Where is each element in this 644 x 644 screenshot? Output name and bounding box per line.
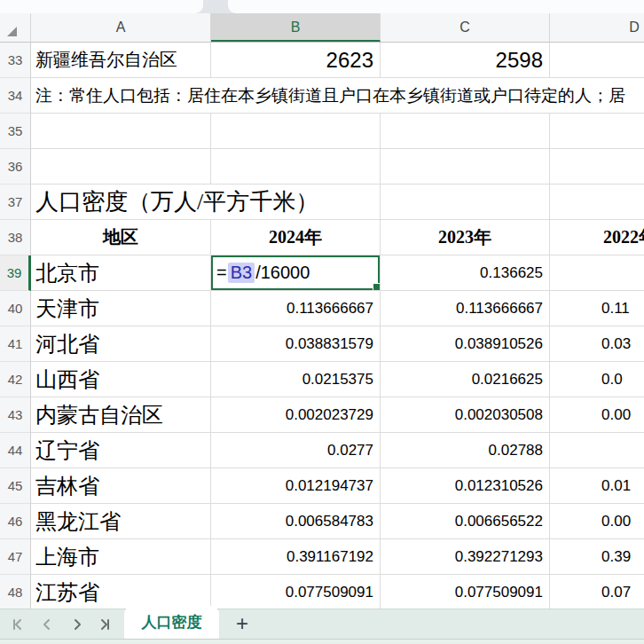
- row-header-43[interactable]: 43: [0, 397, 31, 433]
- cell-D48[interactable]: 0.07: [550, 575, 644, 610]
- cell-A39[interactable]: 北京市: [31, 255, 211, 291]
- cell-B35[interactable]: [211, 114, 381, 149]
- file-tab-left[interactable]: [0, 0, 203, 13]
- row-header-48[interactable]: 48: [0, 575, 31, 610]
- cell-D41[interactable]: 0.03: [550, 326, 644, 362]
- cell-D37[interactable]: [550, 185, 644, 220]
- prev-sheet-button[interactable]: [40, 617, 54, 632]
- cell-C38[interactable]: 2023年: [381, 220, 550, 255]
- cell-D43[interactable]: 0.00: [550, 397, 644, 433]
- cell-A36[interactable]: [31, 149, 211, 185]
- cell-C40[interactable]: 0.113666667: [381, 291, 550, 326]
- cell-B45[interactable]: 0.012194737: [211, 468, 381, 504]
- cell-D36[interactable]: [550, 149, 644, 185]
- cell-A48[interactable]: 江苏省: [31, 575, 211, 610]
- cell-B36[interactable]: [211, 149, 381, 185]
- row-header-39[interactable]: 39: [0, 255, 31, 291]
- row-header-44[interactable]: 44: [0, 433, 31, 468]
- sheet-row-41: 41河北省0.0388315790.0389105260.03: [0, 326, 644, 362]
- cell-A38[interactable]: 地区: [31, 220, 211, 255]
- cell-D42[interactable]: 0.0: [550, 362, 644, 397]
- cell-B38[interactable]: 2024年: [211, 220, 381, 255]
- row-header-38[interactable]: 38: [0, 220, 31, 255]
- cell-A40[interactable]: 天津市: [31, 291, 211, 326]
- column-header-b[interactable]: B: [211, 13, 381, 42]
- select-all-corner[interactable]: [0, 13, 31, 42]
- cell-A34[interactable]: 注：常住人口包括：居住在本乡镇街道且户口在本乡镇街道或户口待定的人；居: [31, 78, 644, 114]
- sheet-row-45: 45吉林省0.0121947370.0123105260.01: [0, 468, 644, 504]
- cell-A41[interactable]: 河北省: [31, 326, 211, 362]
- sheet-row-46: 46黑龙江省0.0065847830.0066565220.00: [0, 504, 644, 539]
- cell-D35[interactable]: [550, 114, 644, 149]
- cell-A42[interactable]: 山西省: [31, 362, 211, 397]
- sheet-tab[interactable]: 人口密度: [124, 606, 219, 639]
- cell-D39[interactable]: [550, 255, 644, 291]
- cell-C33[interactable]: 2598: [381, 43, 550, 78]
- next-sheet-button[interactable]: [70, 617, 84, 632]
- sheet-row-48: 48江苏省0.0775090910.0775090910.07: [0, 575, 644, 610]
- row-header-36[interactable]: 36: [0, 149, 31, 185]
- cell-C36[interactable]: [381, 149, 550, 185]
- cell-B33[interactable]: 2623: [211, 43, 381, 78]
- cell-B48[interactable]: 0.077509091: [211, 575, 381, 610]
- row-header-34[interactable]: 34: [0, 78, 31, 114]
- cell-C47[interactable]: 0.392271293: [381, 539, 550, 575]
- cell-A37[interactable]: 人口密度（万人/平方千米）: [31, 185, 381, 220]
- column-header-a[interactable]: A: [31, 13, 211, 42]
- cell-D47[interactable]: 0.39: [550, 539, 644, 575]
- grid-rows: 33新疆维吾尔自治区2623259834注：常住人口包括：居住在本乡镇街道且户口…: [0, 43, 644, 610]
- cell-C41[interactable]: 0.038910526: [381, 326, 550, 362]
- cell-B39[interactable]: =B3/16000: [211, 255, 381, 291]
- row-header-33[interactable]: 33: [0, 43, 31, 78]
- cell-D40[interactable]: 0.11: [550, 291, 644, 326]
- cell-C39[interactable]: 0.136625: [381, 255, 550, 291]
- cell-C46[interactable]: 0.006656522: [381, 504, 550, 539]
- cell-A33[interactable]: 新疆维吾尔自治区: [31, 43, 211, 78]
- cell-B43[interactable]: 0.002023729: [211, 397, 381, 433]
- sheet-tab-label: 人口密度: [142, 612, 202, 632]
- cell-C44[interactable]: 0.02788: [381, 433, 550, 468]
- cell-A47[interactable]: 上海市: [31, 539, 211, 575]
- cell-D44[interactable]: [550, 433, 644, 468]
- row-header-37[interactable]: 37: [0, 185, 31, 220]
- row-header-46[interactable]: 46: [0, 504, 31, 539]
- cell-C37[interactable]: [381, 185, 550, 220]
- cell-C48[interactable]: 0.077509091: [381, 575, 550, 610]
- cell-D33[interactable]: [550, 43, 644, 78]
- row-header-35[interactable]: 35: [0, 114, 31, 149]
- sheet-bar: [0, 609, 644, 639]
- row-header-41[interactable]: 41: [0, 326, 31, 362]
- bottom-strip: [0, 639, 644, 644]
- cell-A43[interactable]: 内蒙古自治区: [31, 397, 211, 433]
- fill-handle[interactable]: [373, 283, 381, 291]
- plus-icon: +: [236, 611, 248, 636]
- cell-A35[interactable]: [31, 114, 211, 149]
- column-header-c[interactable]: C: [381, 13, 550, 42]
- cell-B44[interactable]: 0.0277: [211, 433, 381, 468]
- cell-D46[interactable]: 0.00: [550, 504, 644, 539]
- cell-D45[interactable]: 0.01: [550, 468, 644, 504]
- cell-C45[interactable]: 0.012310526: [381, 468, 550, 504]
- cell-A44[interactable]: 辽宁省: [31, 433, 211, 468]
- cell-B40[interactable]: 0.113666667: [211, 291, 381, 326]
- cell-C35[interactable]: [381, 114, 550, 149]
- cell-B41[interactable]: 0.038831579: [211, 326, 381, 362]
- cell-C43[interactable]: 0.002030508: [381, 397, 550, 433]
- row-header-45[interactable]: 45: [0, 468, 31, 504]
- cell-B46[interactable]: 0.006584783: [211, 504, 381, 539]
- row-header-42[interactable]: 42: [0, 362, 31, 397]
- cell-A45[interactable]: 吉林省: [31, 468, 211, 504]
- first-sheet-button[interactable]: [11, 617, 25, 632]
- cell-B42[interactable]: 0.0215375: [211, 362, 381, 397]
- row-header-40[interactable]: 40: [0, 291, 31, 326]
- cell-C42[interactable]: 0.0216625: [381, 362, 550, 397]
- last-sheet-button[interactable]: [98, 617, 112, 632]
- sheet-row-38: 38地区2024年2023年2022年: [0, 220, 644, 255]
- cell-D38[interactable]: 2022年: [550, 220, 644, 255]
- cell-B47[interactable]: 0.391167192: [211, 539, 381, 575]
- add-sheet-button[interactable]: +: [229, 609, 255, 639]
- row-header-47[interactable]: 47: [0, 539, 31, 575]
- file-tab-right[interactable]: [228, 0, 644, 13]
- column-header-d[interactable]: D: [550, 13, 644, 42]
- cell-A46[interactable]: 黑龙江省: [31, 504, 211, 539]
